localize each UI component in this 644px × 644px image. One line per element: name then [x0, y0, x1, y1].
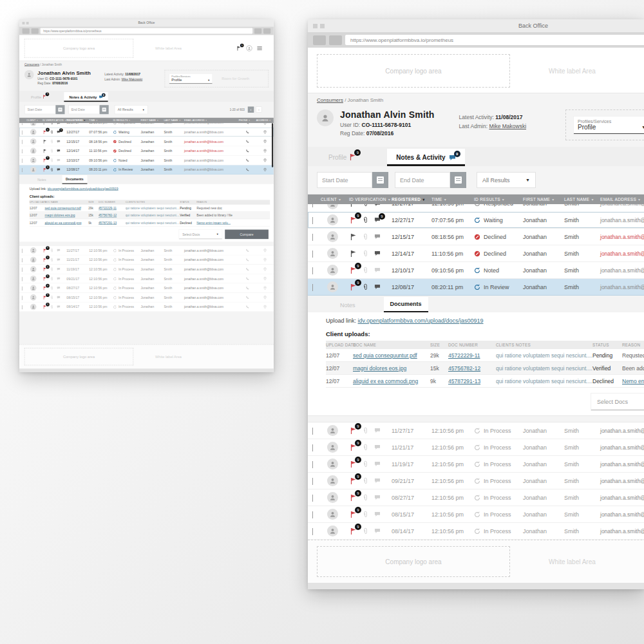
- flag-icon[interactable]: [350, 250, 357, 258]
- column-header-last-name[interactable]: LAST NAME▾: [564, 197, 600, 202]
- comment-icon[interactable]: [374, 444, 381, 450]
- browser-menu-button-1[interactable]: [254, 28, 261, 33]
- table-row[interactable]: 12/15/1708:18:56 pmDeclinedJonathanSmith…: [308, 229, 644, 245]
- doc-number-link[interactable]: 45756782-12: [99, 214, 126, 218]
- table-row[interactable]: 909/21/1712:10:56 pmIn ProcessJonathanSm…: [308, 473, 644, 489]
- column-header-time[interactable]: TIME▾: [431, 197, 474, 202]
- comment-icon[interactable]: [57, 168, 61, 171]
- flag-icon[interactable]: 9: [43, 276, 47, 281]
- calendar-icon[interactable]: [100, 105, 109, 114]
- phone-icon[interactable]: [239, 286, 256, 290]
- browser-forward-button[interactable]: [32, 28, 39, 33]
- column-header-id-results[interactable]: ID RESULTS▾: [474, 197, 523, 202]
- last-admin-link[interactable]: Mike Makowski: [489, 123, 526, 129]
- tab-profile[interactable]: Profile 9: [326, 148, 359, 166]
- phone-icon[interactable]: [239, 305, 256, 309]
- doc-name-link[interactable]: sed quia consequuntur.pdf: [44, 206, 88, 210]
- subtab-documents[interactable]: Documents: [62, 175, 87, 184]
- comment-icon[interactable]: [57, 158, 61, 162]
- profiles-services-select[interactable]: Profiles/Services Profile ▼: [169, 74, 213, 84]
- flag-icon[interactable]: 9: [350, 477, 357, 485]
- chevron-down-icon[interactable]: [19, 305, 26, 309]
- table-row[interactable]: 12/14/1711:10:56 pmDeclinedJonathanSmith…: [19, 146, 274, 156]
- comment-icon[interactable]: [374, 284, 381, 290]
- chevron-down-icon[interactable]: [19, 158, 26, 162]
- table-row[interactable]: 911/21/1712:10:56 pmIn ProcessJonathanSm…: [308, 439, 644, 456]
- chevron-down-icon[interactable]: [308, 428, 321, 434]
- doc-number-link[interactable]: 45756782-12: [448, 365, 496, 372]
- table-row[interactable]: 912/08/1708:20:11 pmIn ReviewJonathanSmi…: [308, 279, 644, 296]
- column-header-phone[interactable]: PHONE▾: [239, 119, 256, 122]
- paperclip-icon[interactable]: [363, 494, 368, 502]
- doc-number-link[interactable]: 45787291-13: [99, 221, 126, 225]
- table-row[interactable]: 911/27/1712:10:56 pmIn ProcessJonathanSm…: [308, 422, 644, 439]
- table-row[interactable]: 12/15/1708:18:56 pmDeclinedJonathanSmith…: [19, 137, 274, 147]
- chevron-down-icon[interactable]: [19, 286, 26, 290]
- doc-name-link[interactable]: magni dolores eos.jpg: [353, 365, 430, 372]
- results-filter-select[interactable]: All Results ▼: [477, 172, 536, 188]
- flag-icon[interactable]: 9: [43, 248, 47, 252]
- phone-icon[interactable]: [239, 140, 256, 144]
- flag-icon[interactable]: 9: [43, 286, 47, 290]
- chevron-down-icon[interactable]: [308, 267, 321, 274]
- paperclip-icon[interactable]: [50, 248, 53, 252]
- flag-icon[interactable]: 9: [350, 527, 357, 535]
- chevron-down-icon[interactable]: [19, 267, 26, 271]
- table-row[interactable]: 912/08/1708:20:11 pmIn ReviewJonathanSmi…: [19, 165, 274, 175]
- paperclip-icon[interactable]: [50, 305, 53, 309]
- paperclip-icon[interactable]: [50, 286, 53, 290]
- comment-icon[interactable]: [57, 149, 61, 153]
- flag-icon[interactable]: 9: [43, 258, 47, 262]
- table-row[interactable]: 908/27/1712:10:56 pmIn ProcessJonathanSm…: [19, 283, 274, 293]
- pagination-next-button[interactable]: ›: [256, 106, 262, 113]
- table-row[interactable]: 12/14/1711:10:56 pmDeclinedJonathanSmith…: [308, 245, 644, 262]
- browser-back-button[interactable]: [313, 35, 326, 45]
- url-bar[interactable]: https://www.openplatformbbva.io/promethe…: [41, 28, 252, 33]
- flag-icon[interactable]: 9: [43, 167, 47, 172]
- menu-icon[interactable]: [257, 46, 261, 50]
- chevron-down-icon[interactable]: [308, 528, 321, 535]
- select-docs-dropdown[interactable]: Select Docs ▼: [591, 393, 644, 410]
- column-header-registered[interactable]: REGISTERED▾: [392, 197, 431, 202]
- doc-row[interactable]: 12/07aliquid ex ea commodi.png9k45787291…: [326, 375, 644, 388]
- profile-avatar-icon[interactable]: [247, 45, 252, 51]
- tab-notes-activity[interactable]: Notes & Activity 9: [387, 149, 464, 166]
- comment-icon[interactable]: [374, 234, 381, 240]
- chevron-down-icon[interactable]: [308, 251, 321, 257]
- doc-name-link[interactable]: magni dolores eos.jpg: [44, 214, 88, 218]
- chevron-up-icon[interactable]: [308, 284, 321, 290]
- flag-icon[interactable]: [43, 149, 47, 153]
- flag-icon[interactable]: 9: [43, 267, 47, 272]
- flag-icon[interactable]: 9: [43, 158, 47, 163]
- comment-icon[interactable]: [57, 305, 61, 308]
- tab-notes-activity[interactable]: Notes & Activity 9: [64, 92, 108, 102]
- browser-back-button[interactable]: [23, 28, 30, 33]
- chevron-down-icon[interactable]: [19, 277, 26, 281]
- chevron-down-icon[interactable]: [19, 249, 26, 252]
- comment-icon[interactable]: [374, 528, 381, 534]
- flag-icon[interactable]: 9: [350, 427, 357, 435]
- column-header-email-address[interactable]: EMAIL ADDRESS▾: [600, 197, 644, 202]
- doc-row[interactable]: 12/07aliquid ex ea commodi.png9k45787291…: [30, 219, 270, 226]
- table-row[interactable]: 12/27/1712:10:56 pmRespondedJonathanSmit…: [308, 204, 644, 212]
- chevron-down-icon[interactable]: [308, 495, 321, 501]
- flag-icon[interactable]: 9: [350, 216, 357, 224]
- chevron-down-icon[interactable]: [19, 258, 26, 262]
- chevron-down-icon[interactable]: [19, 149, 26, 153]
- end-date-input[interactable]: End Date: [395, 172, 450, 188]
- column-header-last-name[interactable]: LAST NAME▾: [164, 119, 184, 122]
- paperclip-icon[interactable]: [50, 267, 53, 272]
- column-header-id-verification[interactable]: ID VERIFICATION▾: [43, 119, 66, 122]
- paperclip-icon[interactable]: [50, 258, 53, 262]
- end-date-input[interactable]: End Date: [68, 105, 100, 114]
- flag-icon[interactable]: 9: [350, 460, 357, 468]
- subtab-notes[interactable]: Notes: [334, 298, 362, 312]
- paperclip-icon[interactable]: [363, 267, 368, 274]
- table-row[interactable]: 9912/27/1707:07:56 pmWaitingJonathanSmit…: [19, 128, 274, 137]
- phone-icon[interactable]: [239, 149, 256, 153]
- breadcrumb-consumers-link[interactable]: Consumers: [24, 63, 39, 66]
- table-row[interactable]: 912/10/1709:10:56 pmNotedJonathanSmithjo…: [19, 156, 274, 166]
- doc-reason-link[interactable]: Nemo enim ipsam volu...: [622, 378, 644, 384]
- doc-number-link[interactable]: 45722229-11: [448, 352, 496, 359]
- subtab-documents[interactable]: Documents: [384, 297, 428, 312]
